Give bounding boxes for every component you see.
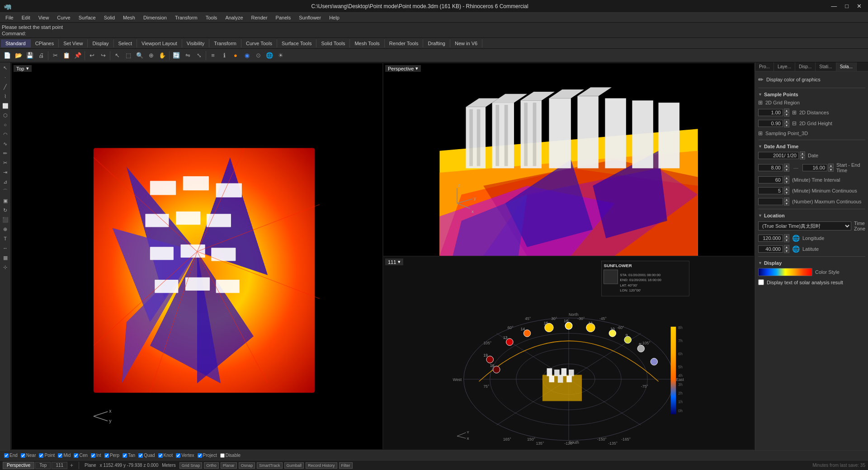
end-time-input[interactable]: [802, 164, 827, 171]
viewport-sunflower-label[interactable]: 111 ▾: [385, 258, 403, 265]
undo-icon[interactable]: ↩: [86, 50, 97, 61]
line-tool[interactable]: ╱: [1, 82, 10, 91]
height-down[interactable]: ▼: [784, 123, 789, 127]
max-cont-down[interactable]: ▼: [784, 202, 789, 206]
circle-tool[interactable]: ○: [1, 120, 10, 129]
grid-snap-toggle[interactable]: Grid Snap: [179, 462, 203, 469]
date-time-header[interactable]: ▼ Date And Time: [758, 142, 865, 150]
toolbar-tab-curve-tools[interactable]: Curve Tools: [241, 39, 277, 47]
snap-point[interactable]: Point: [38, 452, 56, 458]
viewport-tab-top[interactable]: Top: [35, 462, 51, 469]
latitude-up[interactable]: ▲: [784, 245, 789, 249]
menu-item-dimension[interactable]: Dimension: [140, 14, 170, 21]
interval-up[interactable]: ▲: [784, 176, 789, 180]
freeform-tool[interactable]: ✏: [1, 149, 10, 158]
paste-icon[interactable]: 📌: [72, 50, 83, 61]
toolbar-tab-render-tools[interactable]: Render Tools: [385, 39, 424, 47]
smarttrack-toggle[interactable]: SmartTrack: [257, 462, 282, 469]
filter-toggle[interactable]: Filter: [339, 462, 353, 469]
snap-tan[interactable]: Tan: [121, 452, 137, 458]
rp-tab-solar[interactable]: Sola...: [836, 62, 857, 71]
viewport-sunflower[interactable]: 111 ▾ North Sou: [383, 257, 754, 449]
display-text-checkbox[interactable]: [758, 279, 764, 285]
toolbar-tab-visibility[interactable]: Visibility: [182, 39, 210, 47]
interval-down[interactable]: ▼: [784, 180, 789, 184]
loft-tool[interactable]: ⬛: [1, 215, 10, 224]
menu-item-curve[interactable]: Curve: [53, 14, 74, 21]
distances-up[interactable]: ▲: [784, 108, 789, 113]
polygon-tool[interactable]: ⬡: [1, 111, 10, 120]
start-down[interactable]: ▼: [784, 168, 789, 172]
toolbar-tab-cplanes[interactable]: CPlanes: [31, 39, 59, 47]
toolbar-tab-mesh-tools[interactable]: Mesh Tools: [350, 39, 384, 47]
layer-icon[interactable]: ≡: [208, 50, 218, 61]
close-button[interactable]: ✕: [854, 2, 864, 10]
menu-item-view[interactable]: View: [35, 14, 53, 21]
toolbar-tab-display[interactable]: Display: [88, 39, 113, 47]
scale-icon[interactable]: ⤡: [193, 50, 204, 61]
save-icon[interactable]: 💾: [24, 50, 35, 61]
extend-tool[interactable]: ⇥: [1, 168, 10, 177]
copy-icon[interactable]: 📋: [61, 50, 72, 61]
maximize-button[interactable]: □: [842, 2, 851, 10]
min-cont-down[interactable]: ▼: [784, 191, 789, 195]
viewport-tab-111[interactable]: 111: [52, 462, 67, 469]
location-header[interactable]: ▼ Location: [758, 211, 865, 219]
latitude-down[interactable]: ▼: [784, 249, 789, 253]
snap-disable[interactable]: Disable: [219, 452, 242, 458]
latitude-input[interactable]: [758, 245, 783, 253]
menu-item-mesh[interactable]: Mesh: [119, 14, 139, 21]
rp-tab-layers[interactable]: Laye...: [774, 62, 795, 71]
revolve-tool[interactable]: ↻: [1, 206, 10, 215]
minimize-button[interactable]: —: [828, 2, 840, 10]
extrude-tool[interactable]: ▣: [1, 196, 10, 205]
menu-item-panels[interactable]: Panels: [272, 14, 295, 21]
display-header[interactable]: ▼ Display: [758, 258, 865, 267]
toolbar-tab-set-view[interactable]: Set View: [59, 39, 88, 47]
date-up[interactable]: ▲: [800, 151, 805, 155]
timezone-select[interactable]: (True Solar Time)真太阳时: [758, 221, 851, 230]
snap-project[interactable]: Project: [196, 452, 218, 458]
toolbar-tab-drafting[interactable]: Drafting: [423, 39, 450, 47]
distances-input[interactable]: [758, 109, 783, 116]
polyline-tool[interactable]: ⌇: [1, 92, 10, 101]
longitude-up[interactable]: ▲: [784, 234, 789, 238]
max-continuous-input[interactable]: [758, 198, 783, 205]
zoom-window-icon[interactable]: ⊕: [146, 50, 156, 61]
menu-item-sunflower[interactable]: Sunflower: [295, 14, 325, 21]
rp-tab-statistics[interactable]: Stati...: [816, 62, 836, 71]
menu-item-tools[interactable]: Tools: [202, 14, 221, 21]
menu-item-analyze[interactable]: Analyze: [222, 14, 246, 21]
sample-points-header[interactable]: ▼ Sample Points: [758, 90, 865, 98]
rp-tab-properties[interactable]: Pro...: [755, 62, 774, 71]
trim-tool[interactable]: ✂: [1, 158, 10, 167]
distances-down[interactable]: ▼: [784, 113, 789, 117]
min-continuous-input[interactable]: [758, 187, 783, 194]
height-up[interactable]: ▲: [784, 119, 789, 123]
globe-icon[interactable]: 🌐: [264, 50, 275, 61]
new-icon[interactable]: 📄: [2, 50, 13, 61]
snap-cen[interactable]: Cen: [72, 452, 89, 458]
snap-knot[interactable]: Knot: [157, 452, 175, 458]
color-icon[interactable]: ●: [230, 50, 241, 61]
viewport-top-label[interactable]: Top ▾: [14, 65, 32, 72]
osnap-toggle[interactable]: Osnap: [239, 462, 255, 469]
longitude-input[interactable]: [758, 235, 783, 242]
max-cont-up[interactable]: ▲: [784, 197, 789, 202]
snap-quad[interactable]: Quad: [137, 452, 156, 458]
viewport-tab-perspective[interactable]: Perspective: [3, 462, 34, 469]
rectangle-tool[interactable]: ⬜: [1, 101, 10, 110]
curve-tool[interactable]: ∿: [1, 139, 10, 148]
snap-end[interactable]: End: [3, 452, 19, 458]
date-input[interactable]: [758, 152, 799, 159]
toolbar-tab-viewport-layout[interactable]: Viewport Layout: [137, 39, 182, 47]
menu-item-transform[interactable]: Transform: [171, 14, 201, 21]
menu-item-surface[interactable]: Surface: [75, 14, 99, 21]
menu-item-file[interactable]: File: [2, 14, 17, 21]
snap-perp[interactable]: Perp: [103, 452, 121, 458]
rotate-icon[interactable]: 🔄: [171, 50, 182, 61]
toolbar-tab-solid-tools[interactable]: Solid Tools: [316, 39, 350, 47]
start-time-input[interactable]: [758, 164, 783, 171]
material-icon[interactable]: ◉: [241, 50, 252, 61]
print-icon[interactable]: 🖨: [36, 50, 47, 61]
